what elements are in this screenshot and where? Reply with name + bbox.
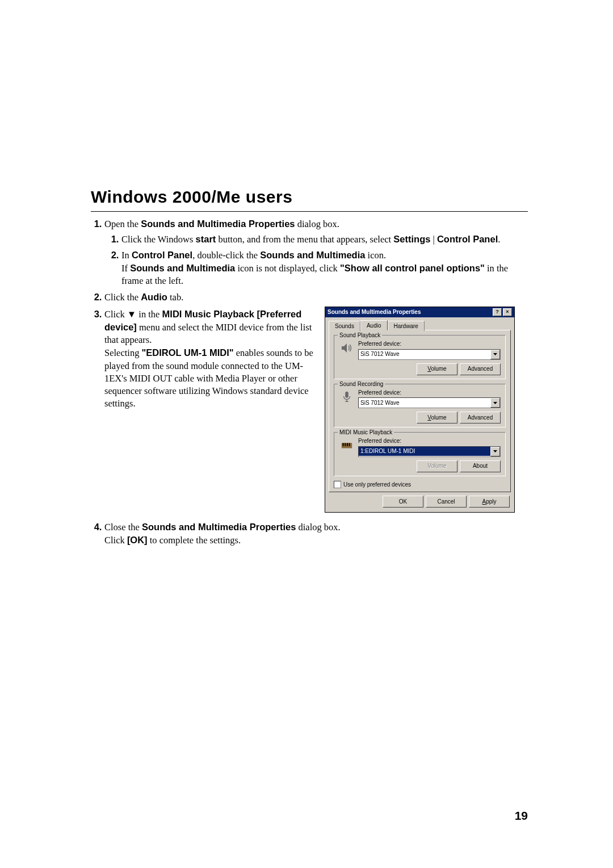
bold: Sounds and Multimedia Properties [141, 219, 295, 229]
tab-audio[interactable]: Audio [360, 320, 388, 331]
step-3: Click ▼ in the MIDI Music Playback [Pref… [104, 308, 528, 513]
chevron-down-icon[interactable] [490, 447, 500, 456]
text: Close the [104, 522, 142, 532]
bold: Settings [393, 234, 430, 244]
dialog-titlebar[interactable]: Sounds and Multimedia Properties ? × [325, 307, 514, 317]
bold: Control Panel [437, 234, 498, 244]
text: , double-click the [192, 250, 260, 261]
about-button[interactable]: About [460, 460, 501, 472]
step-1: Open the Sounds and Multimedia Propertie… [104, 217, 528, 287]
cancel-button[interactable]: Cancel [426, 496, 467, 508]
bold: Sounds and Multimedia [260, 250, 365, 260]
ok-button[interactable]: OK [383, 496, 423, 508]
lbl-rest: se only preferred devices [347, 481, 411, 488]
tab-hardware[interactable]: Hardware [388, 321, 425, 332]
page-content: Windows 2000/Me users Open the Sounds an… [91, 187, 528, 551]
dialog-tabs: Sounds Audio Hardware [325, 317, 514, 330]
group-legend: Sound Recording [338, 380, 385, 388]
text: Selecting [104, 347, 142, 358]
bold: Control Panel [132, 250, 192, 260]
text: Click the Windows [121, 234, 196, 245]
chevron-down-icon[interactable] [490, 398, 500, 408]
text: to complete the settings. [148, 535, 241, 546]
dropdown-value: 1:EDIROL UM-1 MIDI [359, 447, 490, 456]
text: If [121, 263, 130, 274]
substeps-list: Click the Windows start button, and from… [104, 233, 528, 287]
preferred-device-label: Preferred device: [358, 437, 501, 445]
text: Click the [104, 292, 141, 303]
step-2: Click the Audio tab. [104, 291, 528, 304]
bold: Audio [141, 292, 167, 302]
btn-rest: pply [486, 498, 496, 506]
group-sound-recording: Sound Recording Preferred device: SiS 70… [334, 384, 506, 428]
text: icon is not displayed, click [235, 263, 340, 274]
btn-rest: olume [431, 366, 446, 372]
tab-panel-audio: Sound Playback Preferred device: SiS 701… [329, 330, 511, 492]
microphone-icon [339, 389, 355, 405]
text: Click [104, 535, 127, 546]
text: In [121, 250, 132, 261]
bold: "Show all control panel options" [340, 263, 485, 273]
page-number: 19 [515, 809, 528, 823]
bold: [OK] [127, 535, 148, 545]
midi-device-dropdown[interactable]: 1:EDIROL UM-1 MIDI [358, 446, 501, 457]
group-midi-playback: MIDI Music Playback Preferred device: 1:… [334, 432, 506, 476]
bold: Sounds and Multimedia [130, 263, 235, 273]
group-legend: MIDI Music Playback [338, 429, 394, 437]
heading-rule [91, 211, 528, 212]
advanced-button[interactable]: Advanced [460, 363, 501, 375]
text: icon. [365, 250, 386, 261]
properties-dialog: Sounds and Multimedia Properties ? × Sou… [325, 307, 515, 513]
svg-rect-1 [343, 443, 344, 446]
dialog-buttons: OK Cancel Apply [325, 496, 514, 512]
dropdown-value: SiS 7012 Wave [359, 350, 490, 359]
text: . [498, 234, 500, 245]
svg-rect-3 [347, 443, 348, 446]
text: | [430, 234, 437, 245]
apply-button[interactable]: Apply [469, 496, 510, 508]
btn-label: About [473, 462, 488, 470]
volume-button-disabled: Volume [417, 460, 457, 472]
bold: Sounds and Multimedia Properties [142, 522, 296, 532]
btn-rest: olume [431, 414, 446, 421]
volume-button[interactable]: Volume [417, 363, 457, 375]
chevron-down-icon[interactable] [490, 350, 500, 359]
text: dialog box. [295, 219, 339, 229]
text: dialog box. [296, 522, 340, 532]
dialog-title: Sounds and Multimedia Properties [328, 308, 421, 316]
group-sound-playback: Sound Playback Preferred device: SiS 701… [334, 335, 506, 379]
group-legend: Sound Playback [338, 332, 382, 339]
substep-1-1: Click the Windows start button, and from… [121, 233, 528, 246]
bold: start [196, 234, 216, 244]
advanced-button[interactable]: Advanced [460, 412, 501, 423]
svg-rect-2 [345, 443, 346, 446]
use-only-preferred-row: Use only preferred devices [334, 481, 506, 489]
preferred-device-label: Preferred device: [358, 389, 501, 397]
steps-list: Open the Sounds and Multimedia Propertie… [91, 217, 528, 547]
svg-rect-4 [349, 443, 350, 446]
text: button, and from the menu that appears, … [216, 234, 393, 245]
tab-sounds[interactable]: Sounds [329, 321, 360, 332]
substep-1-2: In Control Panel, double-click the Sound… [121, 249, 528, 288]
bold: "EDIROL UM-1 MIDI" [142, 347, 234, 358]
btn-label: Advanced [468, 365, 493, 373]
step-3-text: Click ▼ in the MIDI Music Playback [Pref… [104, 308, 314, 410]
close-icon[interactable]: × [503, 308, 512, 316]
text: Open the [104, 219, 141, 229]
preferred-device-label: Preferred device: [358, 340, 501, 348]
playback-device-dropdown[interactable]: SiS 7012 Wave [358, 349, 501, 360]
volume-button[interactable]: Volume [417, 412, 457, 423]
recording-device-dropdown[interactable]: SiS 7012 Wave [358, 397, 501, 408]
btn-label: Volume [427, 462, 446, 470]
midi-icon [339, 437, 355, 453]
use-only-preferred-checkbox[interactable] [334, 481, 341, 488]
step-4: Close the Sounds and Multimedia Properti… [104, 521, 528, 547]
section-heading: Windows 2000/Me users [91, 187, 528, 207]
text: Click ▼ in the [104, 309, 162, 320]
text: tab. [167, 292, 183, 303]
use-only-preferred-label: Use only preferred devices [343, 481, 411, 489]
help-icon[interactable]: ? [493, 308, 502, 316]
btn-label: Advanced [468, 414, 493, 422]
speaker-icon [339, 340, 355, 356]
dropdown-value: SiS 7012 Wave [359, 399, 490, 408]
